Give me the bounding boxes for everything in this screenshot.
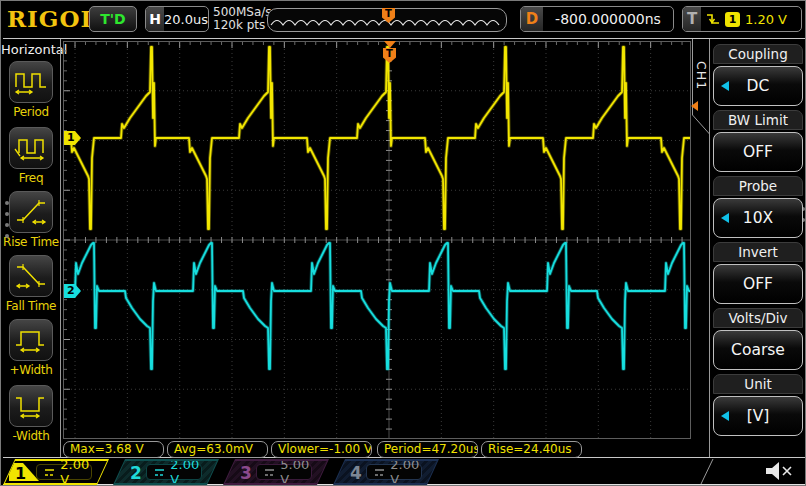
waveform-display: [63, 41, 691, 439]
trigger-status-badge: T'D: [89, 6, 137, 32]
measurement-rise[interactable]: Rise=24.40us: [481, 441, 582, 458]
channel2-scale: 2.00 V: [170, 457, 201, 486]
dc-coupling-icon: [154, 468, 164, 477]
delay-box: D -800.000000ns: [520, 6, 674, 32]
sidebar-item-period[interactable]: [9, 61, 53, 103]
menu-value-volts-div[interactable]: Coarse: [713, 330, 803, 370]
menu-value-bw-limit[interactable]: OFF: [713, 132, 803, 172]
delay-value: -800.000000ns: [543, 11, 673, 27]
period-icon: [13, 68, 49, 96]
dc-coupling-icon: [374, 468, 384, 477]
measurement-vlower[interactable]: Vlower=-1.00 V: [271, 441, 372, 458]
sidebar-item-label: +Width: [1, 363, 61, 377]
channel4-scale: 2.00 V: [390, 457, 421, 486]
menu-label-coupling: Coupling: [713, 44, 803, 64]
channel2-number: 2: [130, 463, 142, 483]
menu-label-invert: Invert: [713, 242, 803, 262]
channel4-number: 4: [350, 463, 362, 483]
channel3-scale: 5.00 V: [280, 457, 311, 486]
trigger-position-marker[interactable]: T: [383, 41, 396, 63]
dc-coupling-icon: [44, 468, 54, 477]
trigger-t-icon: T: [383, 48, 396, 63]
minus-width-icon: [13, 392, 49, 420]
menu-label-probe: Probe: [713, 176, 803, 196]
menu-label-bw-limit: BW Limit: [713, 110, 803, 130]
menu-value-unit[interactable]: [V]: [713, 396, 803, 436]
chevron-left-icon: [721, 81, 729, 91]
falling-edge-icon: [706, 11, 720, 27]
channel3-number: 3: [240, 463, 252, 483]
channel4-chip[interactable]: 4 2.00 V: [333, 459, 439, 485]
menu-value-text: OFF: [743, 143, 773, 161]
sidebar-item-label: Rise Time: [1, 235, 61, 249]
channel1-scale: 2.00 V: [60, 457, 91, 486]
fall-time-icon: [13, 262, 49, 290]
measurement-avg[interactable]: Avg=63.0mV: [167, 441, 268, 458]
d-label: D: [521, 7, 543, 31]
sidebar-item-label: Freq: [1, 171, 61, 185]
sidebar-item-minus-width[interactable]: [9, 385, 53, 427]
menu-value-text: 10X: [743, 209, 773, 227]
memory-depth: 120k pts: [213, 19, 272, 32]
h-label: H: [146, 7, 164, 31]
page-indicator-dots: [5, 201, 9, 245]
speaker-muted-icon[interactable]: [765, 462, 795, 482]
channel3-chip[interactable]: 3 5.00 V: [223, 459, 329, 485]
trigger-info-box: T 1 1.20 V: [682, 6, 802, 32]
menu-value-probe[interactable]: 10X: [713, 198, 803, 238]
acquisition-info: 500MSa/s 120k pts: [213, 6, 272, 32]
menu-value-coupling[interactable]: DC: [713, 66, 803, 106]
channel1-chip[interactable]: 1 2.00 V: [3, 459, 109, 485]
menu-value-invert[interactable]: OFF: [713, 264, 803, 304]
timebase-value: 20.0us: [164, 12, 208, 27]
menu-value-text: Coarse: [731, 341, 785, 359]
trigger-source-badge: 1: [725, 12, 740, 27]
chevron-left-icon: [721, 411, 729, 421]
rise-time-icon: [13, 198, 49, 226]
dc-coupling-icon: [264, 468, 274, 477]
menu-label-unit: Unit: [713, 374, 803, 394]
channel1-number: 1: [9, 463, 39, 481]
t-label: T: [683, 7, 701, 31]
menu-value-text: OFF: [743, 275, 773, 293]
sidebar-item-fall-time[interactable]: [9, 255, 53, 297]
trigger-level-value: 1.20 V: [745, 12, 787, 27]
menu-value-text: DC: [747, 77, 770, 95]
sidebar-item-label: Fall Time: [1, 299, 61, 313]
trigger-arrow-icon: [384, 41, 396, 48]
sidebar-item-freq[interactable]: [9, 127, 53, 169]
sidebar-title: Horizontal: [1, 42, 59, 57]
horizontal-timebase-box: H 20.0us: [145, 6, 209, 32]
menu-value-text: [V]: [747, 407, 770, 425]
oscilloscope-screen: RIGOL T'D H 20.0us 500MSa/s 120k pts T D…: [0, 0, 806, 486]
measurement-max[interactable]: Max=3.68 V: [63, 441, 164, 458]
plus-width-icon: [13, 326, 49, 354]
sidebar-item-label: -Width: [1, 429, 61, 443]
freq-icon: [13, 134, 49, 162]
trigger-status-text: T'D: [100, 11, 125, 27]
sidebar-item-label: Period: [1, 105, 61, 119]
chevron-left-icon: [721, 213, 729, 223]
measurement-period[interactable]: Period=47.20us: [377, 441, 478, 458]
menu-channel-tab: CH1: [694, 47, 709, 105]
sidebar-item-plus-width[interactable]: [9, 319, 53, 361]
channel2-chip[interactable]: 2 2.00 V: [113, 459, 219, 485]
sidebar-item-rise-time[interactable]: [9, 191, 53, 233]
rigol-logo: RIGOL: [7, 5, 98, 32]
menu-label-volts-div: Volts/Div: [713, 308, 803, 328]
